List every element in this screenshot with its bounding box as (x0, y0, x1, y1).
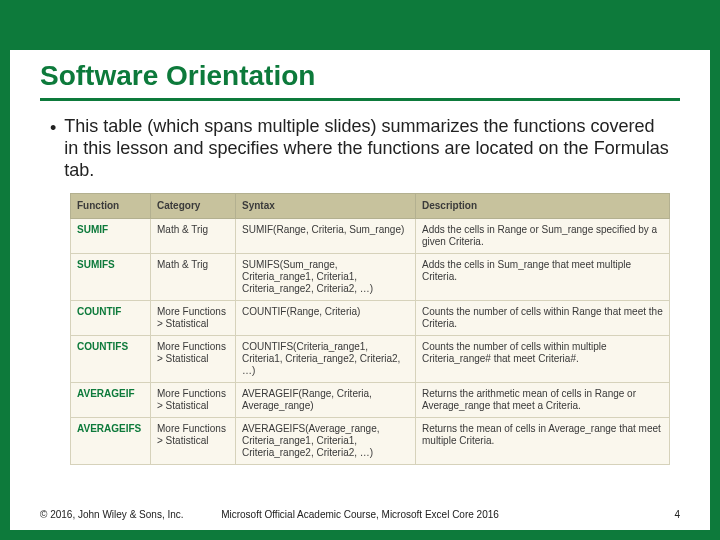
functions-table: Function Category Syntax Description SUM… (70, 193, 670, 465)
cell-desc: Returns the mean of cells in Average_ran… (416, 418, 670, 465)
cell-fn: COUNTIFS (71, 336, 151, 383)
copyright: © 2016, John Wiley & Sons, Inc. (40, 509, 184, 520)
bullet-item: • This table (which spans multiple slide… (40, 115, 680, 191)
footer: © 2016, John Wiley & Sons, Inc. Microsof… (40, 509, 680, 520)
cell-desc: Returns the arithmetic mean of cells in … (416, 383, 670, 418)
table-row: AVERAGEIF More Functions > Statistical A… (71, 383, 670, 418)
cell-cat: More Functions > Statistical (151, 383, 236, 418)
cell-cat: More Functions > Statistical (151, 418, 236, 465)
cell-cat: More Functions > Statistical (151, 301, 236, 336)
cell-syn: AVERAGEIFS(Average_range, Criteria_range… (236, 418, 416, 465)
cell-cat: More Functions > Statistical (151, 336, 236, 383)
cell-desc: Counts the number of cells within Range … (416, 301, 670, 336)
cell-syn: SUMIFS(Sum_range, Criteria_range1, Crite… (236, 254, 416, 301)
page-number: 4 (674, 509, 680, 520)
cell-desc: Adds the cells in Sum_range that meet mu… (416, 254, 670, 301)
cell-syn: COUNTIF(Range, Criteria) (236, 301, 416, 336)
content-area: Software Orientation • This table (which… (10, 50, 710, 465)
col-syntax: Syntax (236, 194, 416, 219)
table-row: COUNTIFS More Functions > Statistical CO… (71, 336, 670, 383)
cell-desc: Adds the cells in Range or Sum_range spe… (416, 219, 670, 254)
cell-fn: SUMIFS (71, 254, 151, 301)
title-rule (40, 98, 680, 101)
slide: Software Orientation • This table (which… (10, 10, 710, 530)
bullet-marker: • (50, 117, 56, 139)
cell-syn: AVERAGEIF(Range, Criteria, Average_range… (236, 383, 416, 418)
table-header-row: Function Category Syntax Description (71, 194, 670, 219)
cell-fn: AVERAGEIF (71, 383, 151, 418)
col-function: Function (71, 194, 151, 219)
cell-cat: Math & Trig (151, 219, 236, 254)
cell-cat: Math & Trig (151, 254, 236, 301)
bullet-text: This table (which spans multiple slides)… (64, 115, 670, 181)
cell-desc: Counts the number of cells within multip… (416, 336, 670, 383)
top-accent-bar (10, 10, 710, 50)
table-row: SUMIF Math & Trig SUMIF(Range, Criteria,… (71, 219, 670, 254)
col-category: Category (151, 194, 236, 219)
table-row: AVERAGEIFS More Functions > Statistical … (71, 418, 670, 465)
cell-fn: AVERAGEIFS (71, 418, 151, 465)
cell-syn: SUMIF(Range, Criteria, Sum_range) (236, 219, 416, 254)
col-description: Description (416, 194, 670, 219)
cell-syn: COUNTIFS(Criteria_range1, Criteria1, Cri… (236, 336, 416, 383)
table-row: SUMIFS Math & Trig SUMIFS(Sum_range, Cri… (71, 254, 670, 301)
table-row: COUNTIF More Functions > Statistical COU… (71, 301, 670, 336)
page-title: Software Orientation (40, 60, 680, 92)
cell-fn: COUNTIF (71, 301, 151, 336)
cell-fn: SUMIF (71, 219, 151, 254)
